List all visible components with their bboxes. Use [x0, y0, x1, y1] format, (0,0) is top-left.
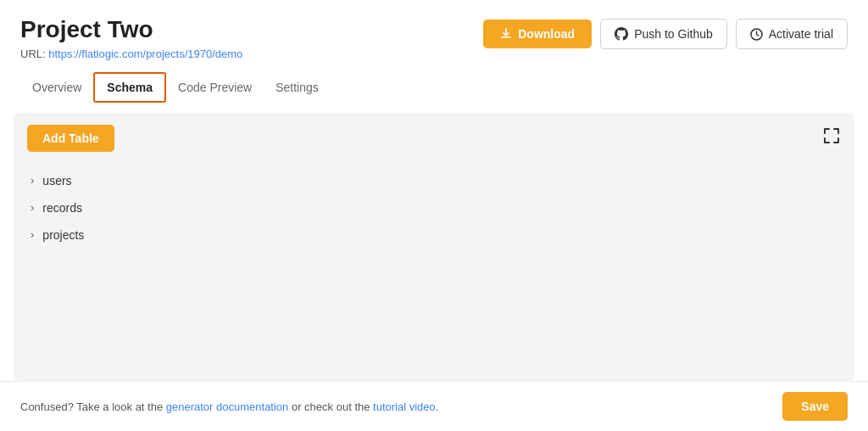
project-url-link[interactable]: https://flatlogic.com/projects/1970/demo	[48, 48, 242, 60]
project-title: Project Two	[20, 15, 242, 44]
chevron-right-icon: ›	[31, 228, 34, 241]
table-row[interactable]: › projects	[27, 221, 841, 249]
confused-text: Confused? Take a look at the	[20, 400, 166, 413]
table-row[interactable]: › users	[27, 167, 841, 194]
tabs-bar: Overview Schema Code Preview Settings	[0, 60, 868, 103]
chevron-right-icon: ›	[31, 174, 34, 187]
table-name: users	[42, 174, 71, 188]
project-url: URL: https://flatlogic.com/projects/1970…	[20, 48, 242, 60]
activate-trial-label: Activate trial	[769, 27, 833, 41]
table-row[interactable]: › records	[27, 194, 841, 221]
download-icon	[500, 28, 512, 40]
or-text: or check out the	[292, 400, 373, 413]
header: Project Two URL: https://flatlogic.com/p…	[0, 0, 868, 60]
gen-doc-link[interactable]: generator documentation	[166, 400, 289, 413]
header-left: Project Two URL: https://flatlogic.com/p…	[20, 15, 242, 60]
download-label: Download	[518, 27, 575, 41]
save-button[interactable]: Save	[782, 392, 848, 421]
clock-icon	[750, 28, 763, 41]
push-github-label: Push to Github	[634, 27, 713, 41]
tab-settings[interactable]: Settings	[264, 74, 331, 101]
schema-toolbar: Add Table	[14, 113, 854, 164]
add-table-button[interactable]: Add Table	[27, 125, 114, 152]
github-icon	[615, 27, 628, 41]
activate-trial-button[interactable]: Activate trial	[736, 19, 848, 49]
table-list: › users › records › projects	[14, 164, 854, 252]
table-name: projects	[42, 228, 84, 242]
expand-icon[interactable]	[822, 126, 841, 149]
schema-panel: Add Table › users › records › projects	[14, 113, 854, 381]
url-label: URL:	[20, 48, 46, 60]
footer-period: .	[436, 400, 439, 413]
push-github-button[interactable]: Push to Github	[600, 19, 727, 49]
tab-code-preview[interactable]: Code Preview	[166, 74, 264, 101]
header-actions: Download Push to Github Activate trial	[483, 19, 848, 49]
tab-schema[interactable]: Schema	[93, 72, 166, 103]
tutorial-link[interactable]: tutorial video	[373, 400, 436, 413]
footer-text: Confused? Take a look at the generator d…	[20, 400, 438, 413]
chevron-right-icon: ›	[31, 201, 34, 214]
footer: Confused? Take a look at the generator d…	[0, 381, 868, 431]
table-name: records	[42, 201, 82, 215]
download-button[interactable]: Download	[483, 20, 592, 48]
tab-overview[interactable]: Overview	[20, 74, 93, 101]
